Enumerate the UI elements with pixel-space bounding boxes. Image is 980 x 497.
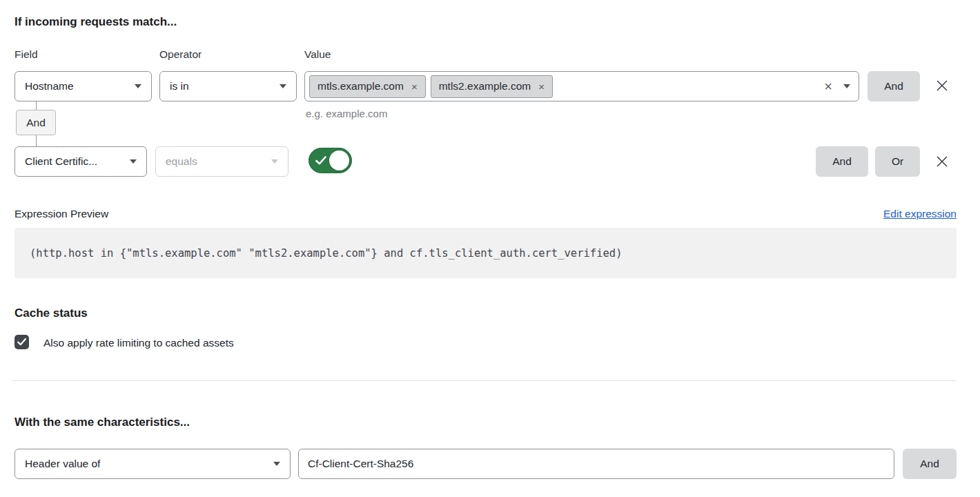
value-tag: mtls.example.com × [309, 75, 426, 98]
field-select-row1[interactable]: Hostname [14, 71, 152, 101]
and-condition-button-row1[interactable]: And [868, 71, 920, 101]
clear-values-icon[interactable]: × [824, 79, 832, 93]
chevron-down-icon[interactable] [843, 84, 850, 88]
value-tag-label: mtls2.example.com [439, 80, 531, 92]
edit-expression-link[interactable]: Edit expression [883, 207, 957, 220]
operator-select-row1[interactable]: is in [159, 71, 297, 101]
value-column-label: Value [304, 48, 331, 61]
field-select-row2[interactable]: Client Certific... [14, 146, 147, 177]
value-helper-text: e.g. example.com [306, 108, 387, 120]
characteristic-select-value: Header value of [25, 458, 100, 470]
check-icon [315, 156, 326, 165]
chevron-down-icon [130, 159, 137, 164]
remove-condition-row1[interactable] [933, 77, 951, 95]
field-select-row1-value: Hostname [25, 80, 74, 92]
characteristic-select[interactable]: Header value of [14, 449, 291, 479]
value-tag-list: mtls.example.com × mtls2.example.com × [309, 75, 824, 98]
field-column-label: Field [14, 48, 38, 61]
field-select-row2-value: Client Certific... [25, 155, 97, 168]
header-name-input[interactable] [298, 449, 894, 479]
operator-column-label: Operator [159, 48, 202, 61]
connector-line [36, 135, 37, 146]
remove-condition-row2[interactable] [933, 153, 951, 170]
connector-line [36, 101, 37, 110]
characteristics-title: With the same characteristics... [14, 415, 190, 430]
condition-connector-and[interactable]: And [16, 110, 56, 135]
check-icon [17, 338, 26, 346]
value-tag-label: mtls.example.com [317, 80, 404, 92]
value-tag: mtls2.example.com × [431, 75, 553, 98]
chevron-down-icon [271, 159, 278, 164]
and-characteristic-button[interactable]: And [903, 449, 957, 479]
and-condition-button-row2[interactable]: And [816, 146, 868, 177]
operator-select-row2: equals [155, 146, 288, 177]
cached-assets-checkbox-label[interactable]: Also apply rate limiting to cached asset… [43, 336, 234, 349]
operator-select-row1-value: is in [170, 80, 189, 92]
chevron-down-icon [135, 84, 141, 88]
certificate-verified-toggle[interactable] [308, 148, 352, 173]
cache-status-title: Cache status [14, 306, 88, 321]
rate-limiting-rule-builder: If incoming requests match... Field Oper… [0, 0, 980, 497]
operator-select-row2-placeholder: equals [166, 155, 197, 168]
expression-preview-label: Expression Preview [14, 207, 108, 220]
cached-assets-checkbox[interactable] [14, 335, 29, 349]
expression-code: (http.host in {"mtls.example.com" "mtls2… [14, 228, 957, 278]
close-icon [934, 77, 950, 94]
match-section-title: If incoming requests match... [14, 14, 177, 30]
section-divider [12, 380, 957, 381]
value-multiselect-row1[interactable]: mtls.example.com × mtls2.example.com × × [304, 71, 859, 101]
or-condition-button-row2[interactable]: Or [875, 146, 920, 177]
toggle-knob [329, 150, 349, 170]
chevron-down-icon [273, 462, 280, 466]
close-icon [934, 153, 950, 170]
chevron-down-icon [280, 84, 286, 88]
remove-tag-icon[interactable]: × [538, 81, 545, 92]
remove-tag-icon[interactable]: × [411, 81, 418, 92]
